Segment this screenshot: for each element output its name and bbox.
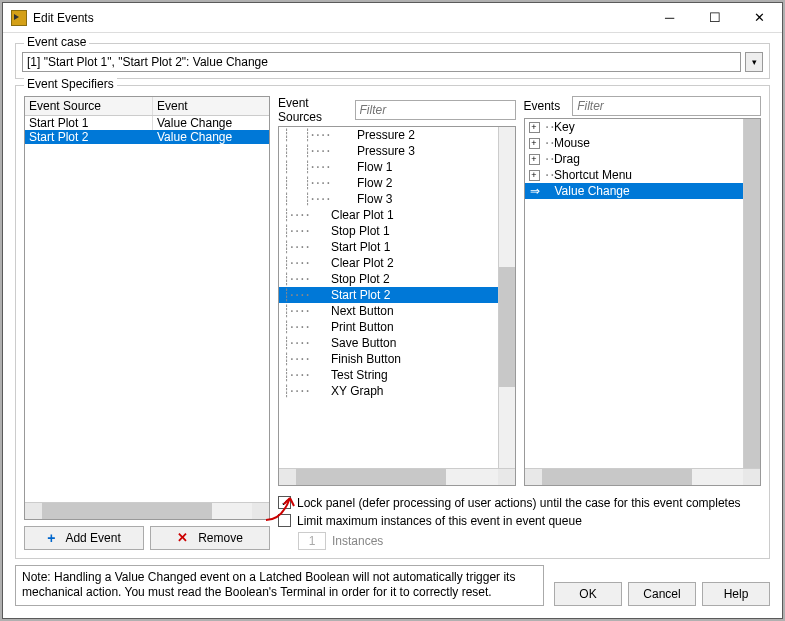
tree-item[interactable]: ┊····Finish Button [279,351,515,367]
tree-item[interactable]: ┊····XY Graph [279,383,515,399]
instances-input [298,532,326,550]
note-text: Note: Handling a Value Changed event on … [15,565,544,606]
event-case-text: [1] "Start Plot 1", "Start Plot 2": Valu… [22,52,741,72]
instances-label: Instances [332,534,383,548]
tree-item[interactable]: ┊····Clear Plot 2 [279,255,515,271]
hscrollbar[interactable] [525,468,761,485]
tree-item[interactable]: ⇒Value Change [525,183,761,199]
event-specifiers-group: Event Specifiers Event Source Event Star… [15,85,770,559]
add-event-button[interactable]: +Add Event [24,526,144,550]
tree-item[interactable]: +·· Key [525,119,761,135]
event-case-group: Event case [1] "Start Plot 1", "Start Pl… [15,43,770,79]
events-filter[interactable] [572,96,761,116]
titlebar: Edit Events ─ ☐ ✕ [3,3,782,33]
remove-button[interactable]: ✕Remove [150,526,270,550]
close-button[interactable]: ✕ [737,3,782,32]
expand-icon[interactable]: + [529,170,540,181]
col-event[interactable]: Event [153,97,269,115]
help-button[interactable]: Help [702,582,770,606]
tree-item[interactable]: +·· Mouse [525,135,761,151]
tree-item[interactable]: ┊····Start Plot 1 [279,239,515,255]
window-title: Edit Events [33,11,647,25]
plus-icon: + [47,530,55,546]
hscrollbar[interactable] [25,502,269,519]
event-sources-tree: ┊ ┊····Pressure 2┊ ┊····Pressure 3┊ ┊···… [278,126,516,486]
tree-item[interactable]: ┊ ┊····Flow 3 [279,191,515,207]
events-label: Events [524,99,561,113]
minimize-button[interactable]: ─ [647,3,692,32]
tree-item[interactable]: ┊····Start Plot 2 [279,287,515,303]
col-event-source[interactable]: Event Source [25,97,153,115]
tree-item[interactable]: ┊····Clear Plot 1 [279,207,515,223]
tree-item[interactable]: ┊····Stop Plot 1 [279,223,515,239]
specifiers-table: Event Source Event Start Plot 1 Value Ch… [24,96,270,520]
limit-instances-label: Limit maximum instances of this event in… [297,514,582,528]
x-icon: ✕ [177,530,188,545]
tree-item[interactable]: ┊····Stop Plot 2 [279,271,515,287]
lock-panel-label: Lock panel (defer processing of user act… [297,496,741,510]
hscrollbar[interactable] [279,468,515,485]
cancel-button[interactable]: Cancel [628,582,696,606]
vscrollbar[interactable] [498,127,515,468]
event-sources-label: Event Sources [278,96,343,124]
expand-icon[interactable]: + [529,122,540,133]
app-icon [11,10,27,26]
expand-icon[interactable]: + [529,154,540,165]
tree-item[interactable]: +·· Drag [525,151,761,167]
vscrollbar[interactable] [743,119,760,468]
tree-item[interactable]: ┊ ┊····Pressure 3 [279,143,515,159]
event-specifiers-label: Event Specifiers [24,77,117,91]
tree-item[interactable]: ┊ ┊····Pressure 2 [279,127,515,143]
events-tree: +·· Key+·· Mouse+·· Drag+·· Shortcut Men… [524,118,762,486]
tree-item[interactable]: ┊····Next Button [279,303,515,319]
tree-item[interactable]: ┊····Test String [279,367,515,383]
event-sources-filter[interactable] [355,100,516,120]
table-row[interactable]: Start Plot 2 Value Change [25,130,269,144]
event-case-label: Event case [24,35,89,49]
edit-events-dialog: Edit Events ─ ☐ ✕ Event case [1] "Start … [2,2,783,619]
annotation-arrow [260,490,320,530]
ok-button[interactable]: OK [554,582,622,606]
tree-item[interactable]: ┊ ┊····Flow 1 [279,159,515,175]
expand-icon[interactable]: + [529,138,540,149]
tree-item[interactable]: ┊ ┊····Flow 2 [279,175,515,191]
tree-item[interactable]: ┊····Save Button [279,335,515,351]
tree-item[interactable]: ┊····Print Button [279,319,515,335]
table-row[interactable]: Start Plot 1 Value Change [25,116,269,130]
maximize-button[interactable]: ☐ [692,3,737,32]
tree-item[interactable]: +·· Shortcut Menu [525,167,761,183]
event-case-dropdown[interactable]: ▾ [745,52,763,72]
right-arrow-icon: ⇒ [529,184,541,198]
